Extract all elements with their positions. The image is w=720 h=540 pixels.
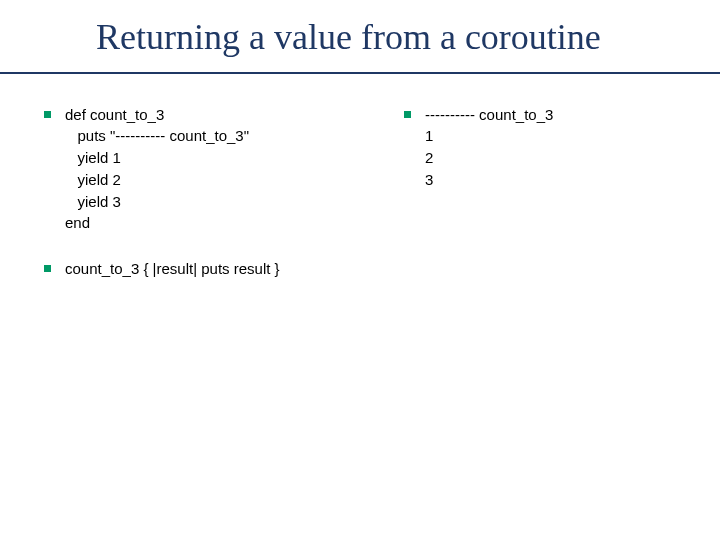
slide-body: def count_to_3 puts "---------- count_to…: [0, 74, 720, 304]
output-block: ---------- count_to_3 1 2 3: [425, 104, 553, 191]
list-item: ---------- count_to_3 1 2 3: [404, 104, 684, 191]
list-item: def count_to_3 puts "---------- count_to…: [44, 104, 404, 235]
left-column: def count_to_3 puts "---------- count_to…: [44, 104, 404, 304]
list-item: count_to_3 { |result| puts result }: [44, 258, 404, 280]
slide-title: Returning a value from a coroutine: [0, 0, 720, 68]
right-column: ---------- count_to_3 1 2 3: [404, 104, 684, 304]
code-block-1: def count_to_3 puts "---------- count_to…: [65, 104, 249, 235]
bullet-icon: [404, 111, 411, 118]
bullet-icon: [44, 111, 51, 118]
bullet-icon: [44, 265, 51, 272]
slide: Returning a value from a coroutine def c…: [0, 0, 720, 540]
code-block-2: count_to_3 { |result| puts result }: [65, 258, 280, 280]
